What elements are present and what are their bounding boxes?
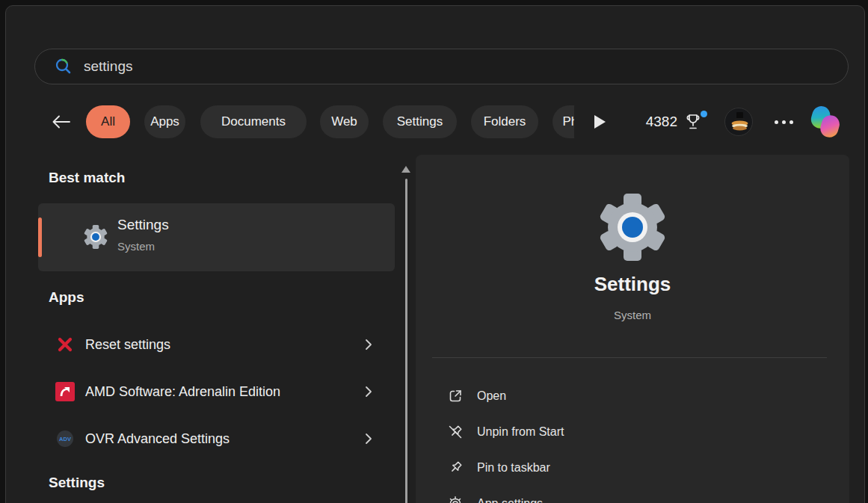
section-header-best-match: Best match <box>49 170 125 186</box>
tab-folders[interactable]: Folders <box>471 105 538 138</box>
result-label: Reset settings <box>85 329 170 360</box>
tabs-overflow-icon[interactable] <box>591 113 608 131</box>
rewards-points: 4382 <box>632 104 677 140</box>
result-amd-software[interactable]: AMD Software: Adrenalin Edition <box>38 376 395 407</box>
result-label: AMD Software: Adrenalin Edition <box>85 376 280 407</box>
action-label: Pin to taskbar <box>477 450 550 486</box>
results-scrollbar[interactable] <box>401 155 411 503</box>
result-label: OVR Advanced Settings <box>85 423 230 454</box>
back-arrow-icon[interactable] <box>49 111 73 132</box>
pin-icon <box>447 460 464 476</box>
more-options-icon[interactable] <box>770 104 797 140</box>
action-open[interactable]: Open <box>416 378 849 414</box>
section-header-settings: Settings <box>49 475 105 491</box>
open-external-icon <box>447 388 464 404</box>
best-match-title: Settings <box>117 217 169 233</box>
user-avatar[interactable] <box>724 108 753 136</box>
rewards-trophy-icon[interactable] <box>683 112 706 133</box>
chevron-right-icon[interactable] <box>362 338 375 351</box>
tab-web[interactable]: Web <box>320 105 369 138</box>
ovr-gear-icon: ADV <box>55 429 75 448</box>
red-x-icon <box>55 335 75 354</box>
filter-tabs: All Apps Documents Web Settings Folders … <box>86 105 574 138</box>
action-label: Unpin from Start <box>477 414 564 450</box>
action-pin-to-taskbar[interactable]: Pin to taskbar <box>416 450 849 486</box>
action-app-settings[interactable]: App settings <box>416 486 849 503</box>
search-icon <box>54 57 73 76</box>
preview-panel: Settings System Open <box>416 155 849 503</box>
preview-title: Settings <box>416 273 849 296</box>
settings-gear-icon-large <box>597 191 668 263</box>
action-label: Open <box>477 378 506 414</box>
amd-logo-icon <box>55 382 75 401</box>
preview-subtitle: System <box>416 309 849 321</box>
best-match-result[interactable]: Settings System <box>38 203 395 271</box>
copilot-icon[interactable] <box>808 105 843 139</box>
tab-photos[interactable]: Photos <box>552 105 574 138</box>
best-match-subtitle: System <box>117 240 155 253</box>
tab-apps[interactable]: Apps <box>144 105 185 138</box>
chevron-right-icon[interactable] <box>362 385 375 398</box>
action-unpin-from-start[interactable]: Unpin from Start <box>416 414 849 450</box>
svg-text:ADV: ADV <box>59 436 71 442</box>
tab-documents[interactable]: Documents <box>200 105 307 138</box>
notification-dot <box>701 111 707 117</box>
action-label: App settings <box>477 486 543 503</box>
gear-outline-icon <box>447 496 464 503</box>
tab-all[interactable]: All <box>86 105 130 138</box>
divider <box>432 357 827 358</box>
scroll-up-arrow-icon[interactable] <box>401 166 410 173</box>
result-reset-settings[interactable]: Reset settings <box>38 329 395 360</box>
section-header-apps: Apps <box>49 289 84 306</box>
search-flyout-window: All Apps Documents Web Settings Folders … <box>5 5 865 503</box>
search-input[interactable] <box>84 58 757 75</box>
settings-gear-icon <box>83 224 108 250</box>
chevron-right-icon[interactable] <box>362 432 375 445</box>
tab-settings[interactable]: Settings <box>383 105 457 138</box>
search-bar[interactable] <box>34 49 849 84</box>
action-list: Open Unpin from Start Pin to taskbar <box>416 378 849 503</box>
scrollbar-thumb[interactable] <box>405 179 407 503</box>
unpin-icon <box>447 424 464 440</box>
result-ovr-advanced-settings[interactable]: ADV OVR Advanced Settings <box>38 423 395 454</box>
selection-accent-bar <box>38 217 42 257</box>
